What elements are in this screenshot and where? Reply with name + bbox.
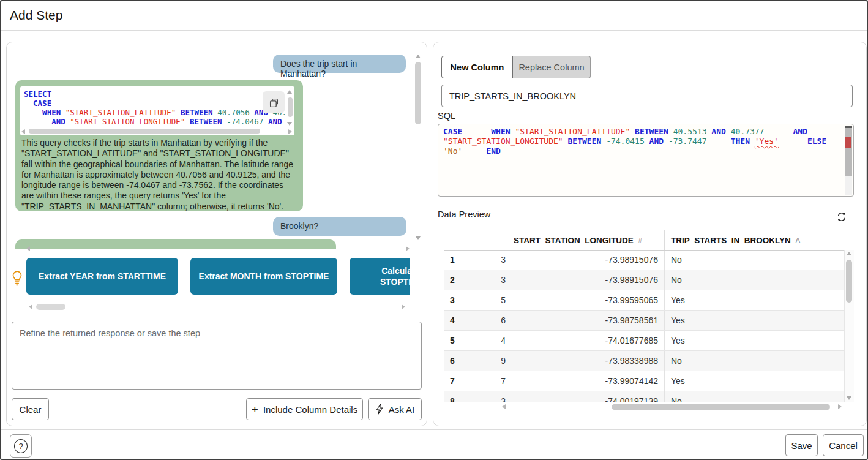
dialog-footer: ? Save Cancel (1, 429, 867, 459)
row-number-cell: 3 (444, 290, 498, 310)
header-start-station-longitude[interactable]: START_STATION_LONGITUDE # (507, 230, 665, 250)
header-label: TRIP_STARTS_IN_BROOKLYN (671, 236, 791, 245)
chat-panel: Does the trip start in Manhattan? SELECT… (6, 42, 427, 426)
page-title: Add Step (10, 8, 62, 23)
table-horizontal-scrollbar-thumb[interactable] (612, 404, 830, 410)
tab-new-column[interactable]: New Column (441, 56, 513, 78)
sql-editor[interactable]: CASE WHEN "START_STATION_LATITUDE" BETWE… (438, 124, 854, 197)
longitude-cell: -73.99595065 (507, 290, 665, 310)
code-horizontal-scrollbar-thumb[interactable] (29, 129, 260, 134)
row-number-cell: 7 (444, 371, 498, 391)
suggestions-scrollbar-thumb[interactable] (36, 304, 65, 310)
sql-editor-scrollbar-thumb[interactable] (845, 128, 852, 176)
column-name-input[interactable] (441, 85, 853, 107)
table-horizontal-scrollbar[interactable] (499, 402, 844, 412)
longitude-cell: -74.01677685 (507, 331, 665, 350)
longitude-cell: -73.98758561 (507, 311, 665, 330)
clipped-value-cell: 3 (498, 270, 507, 290)
code-scroll-left-arrow[interactable] (21, 129, 25, 134)
table-scroll-down-arrow[interactable] (847, 396, 851, 400)
copy-button[interactable] (263, 91, 285, 113)
messages-scroll-left-arrow[interactable] (26, 246, 30, 251)
save-button-label: Save (791, 440, 812, 451)
copy-icon (269, 97, 279, 108)
sql-editor-code: CASE WHEN "START_STATION_LATITUDE" BETWE… (443, 127, 842, 194)
clipped-value-cell: 5 (498, 290, 507, 310)
save-button[interactable]: Save (785, 434, 818, 456)
add-step-dialog: Add Step Does the trip start in Manhatta… (0, 0, 868, 460)
refine-input[interactable] (12, 322, 422, 390)
messages-scrollbar-thumb[interactable] (415, 62, 421, 124)
table-vertical-scrollbar[interactable] (844, 250, 854, 402)
table-row[interactable]: 77-73.99074142Yes (444, 371, 844, 391)
ask-ai-label: Ask AI (389, 404, 415, 415)
ask-ai-button[interactable]: Ask AI (368, 398, 422, 420)
table-row[interactable]: 69-73.98338988No (444, 351, 844, 371)
cancel-button-label: Cancel (829, 440, 858, 451)
brooklyn-cell: Yes (665, 331, 844, 350)
code-scroll-down-arrow[interactable] (287, 122, 292, 126)
messages-scroll-down-arrow[interactable] (416, 236, 421, 240)
row-number-cell: 6 (444, 351, 498, 371)
brooklyn-cell: No (665, 391, 844, 402)
sql-editor-warning-marker (845, 137, 851, 148)
messages-scroll-up-arrow[interactable] (416, 55, 421, 58)
brooklyn-cell: Yes (665, 311, 844, 330)
messages-scroll-right-arrow[interactable] (406, 246, 410, 251)
table-scroll-left-arrow[interactable] (502, 404, 506, 409)
clipped-value-cell: 3 (498, 391, 507, 402)
suggestion-button[interactable]: Extract MONTH from STOPTIME (190, 258, 337, 295)
cancel-button[interactable]: Cancel (823, 434, 864, 456)
suggestions-scroll-right-arrow[interactable] (402, 304, 405, 309)
dialog-header: Add Step (1, 1, 867, 31)
include-column-details-button[interactable]: + Include Column Details (246, 398, 363, 420)
table-row[interactable]: 83-74.00197139No (444, 391, 844, 402)
clear-button[interactable]: Clear (12, 398, 49, 420)
brooklyn-cell: Yes (665, 371, 844, 391)
clipped-value-cell: 9 (498, 351, 507, 371)
longitude-cell: -73.98338988 (507, 351, 665, 371)
longitude-cell: -73.98915076 (507, 270, 665, 290)
clipped-value-cell: 6 (498, 311, 507, 330)
suggestion-button[interactable]: Extract YEAR from STARTTIME (26, 258, 178, 295)
longitude-cell: -74.00197139 (507, 391, 665, 402)
response-explanation: This query checks if the trip starts in … (21, 138, 298, 212)
chat-message-user: Does the trip start in Manhattan? (273, 55, 406, 73)
code-scroll-right-arrow[interactable] (288, 129, 292, 134)
longitude-cell: -73.98915076 (507, 250, 665, 270)
refresh-button[interactable] (836, 210, 849, 224)
table-row[interactable]: 54-74.01677685Yes (444, 331, 844, 351)
tab-replace-column-label: Replace Column (518, 62, 584, 72)
numeric-type-icon: # (638, 236, 642, 244)
suggestions-scroll-left-arrow[interactable] (29, 304, 32, 309)
code-vertical-scrollbar-thumb[interactable] (288, 97, 293, 117)
table-vertical-scrollbar-thumb[interactable] (846, 260, 852, 303)
preview-table-body: 13-73.98915076No23-73.98915076No35-73.99… (444, 250, 844, 402)
data-preview-label: Data Preview (438, 209, 490, 219)
header-clipped-column[interactable] (498, 230, 507, 250)
suggestion-list: Extract YEAR from STARTTIMEExtract MONTH… (24, 258, 410, 297)
lightbulb-icon (10, 270, 24, 286)
table-row[interactable]: 13-73.98915076No (444, 250, 844, 270)
code-scroll-up-arrow[interactable] (287, 90, 292, 94)
text-type-icon: A (796, 236, 800, 244)
longitude-cell: -73.99074142 (507, 371, 665, 391)
table-row[interactable]: 23-73.98915076No (444, 270, 844, 290)
tab-new-column-label: New Column (451, 62, 504, 72)
table-scroll-right-arrow[interactable] (838, 404, 842, 409)
tab-replace-column[interactable]: Replace Column (513, 56, 591, 78)
table-scroll-up-arrow[interactable] (847, 252, 851, 255)
suggestion-button[interactable]: Calculate diffeSTOPTIME and (350, 258, 410, 295)
header-trip-starts-in-brooklyn[interactable]: TRIP_STARTS_IN_BROOKLYN A (665, 230, 844, 250)
help-icon: ? (14, 439, 28, 453)
row-number-cell: 1 (444, 250, 498, 270)
header-row-number[interactable] (444, 230, 498, 250)
clipped-value-cell: 7 (498, 371, 507, 391)
row-number-cell: 4 (444, 311, 498, 330)
help-button[interactable]: ? (10, 434, 32, 458)
table-row[interactable]: 46-73.98758561Yes (444, 311, 844, 331)
table-header-row: START_STATION_LONGITUDE # TRIP_STARTS_IN… (444, 230, 844, 251)
column-editor-panel: New Column Replace Column SQL CASE WHEN … (433, 42, 867, 426)
table-row[interactable]: 35-73.99595065Yes (444, 290, 844, 311)
clipped-value-cell: 4 (498, 331, 507, 350)
